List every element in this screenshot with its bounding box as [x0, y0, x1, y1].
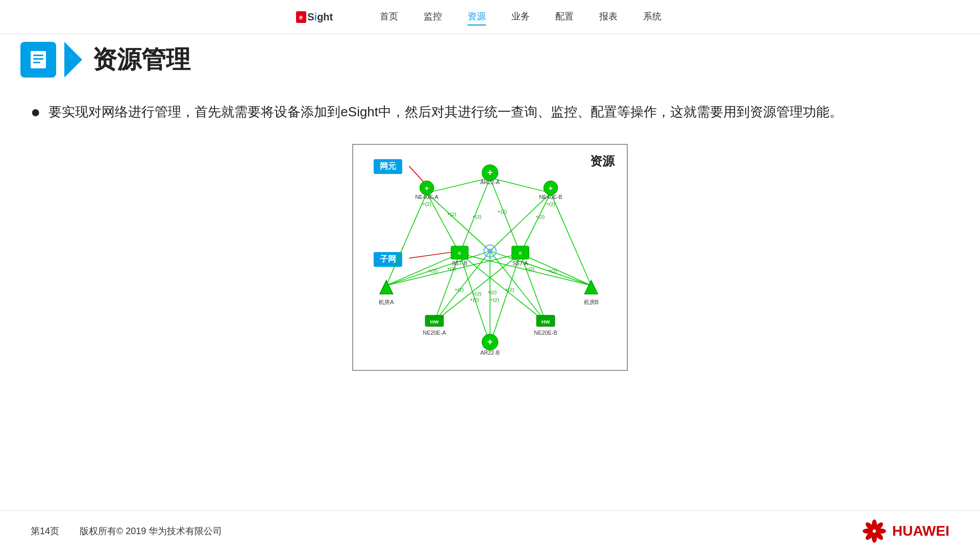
logo-e: e	[296, 11, 306, 23]
header-arrow	[64, 42, 82, 78]
nav-system[interactable]: 系统	[643, 8, 662, 26]
svg-text:+(2): +(2)	[505, 287, 514, 292]
svg-text:HW: HW	[430, 319, 439, 324]
svg-text:+(2): +(2)	[428, 268, 437, 273]
svg-rect-1	[33, 55, 43, 56]
footer-logo: HUAWEI	[862, 518, 949, 544]
nav-items: 首页 监控 资源 业务 配置 报表 系统	[380, 8, 662, 26]
svg-line-10	[427, 193, 459, 254]
svg-text:机房B: 机房B	[584, 299, 599, 305]
header-icon-box	[20, 42, 56, 78]
svg-text:+: +	[487, 167, 493, 178]
svg-text:≡: ≡	[458, 249, 461, 257]
svg-text:+(2): +(2)	[490, 297, 499, 303]
svg-rect-3	[33, 62, 40, 63]
nav-report[interactable]: 报表	[599, 8, 618, 26]
svg-line-14	[490, 193, 551, 251]
huawei-brand-text: HUAWEI	[892, 523, 949, 539]
bullet-dot: ●	[31, 101, 40, 123]
svg-text:NE40E-B: NE40E-B	[539, 194, 562, 200]
nav-monitor[interactable]: 监控	[424, 8, 442, 26]
nav-service[interactable]: 业务	[511, 8, 530, 26]
svg-text:AR22-A: AR22-A	[480, 179, 500, 185]
svg-text:+(2): +(2)	[535, 213, 545, 219]
svg-line-8	[490, 178, 520, 254]
page-title: 资源管理	[92, 43, 190, 76]
main-content: ● 要实现对网络进行管理，首先就需要将设备添加到eSight中，然后对其进行统一…	[0, 85, 980, 510]
svg-text:+: +	[425, 184, 429, 192]
svg-text:+: +	[549, 184, 553, 192]
svg-text:+(2): +(2)	[548, 268, 557, 273]
svg-text:+(2): +(2)	[472, 291, 481, 296]
logo-sight: Sight	[307, 11, 333, 23]
svg-text:NE20E-B: NE20E-B	[534, 329, 557, 335]
svg-text:+(2): +(2)	[487, 289, 497, 295]
footer-copyright: 版权所有© 2019 华为技术有限公司	[80, 525, 222, 537]
svg-point-53	[487, 248, 493, 254]
document-icon	[28, 49, 48, 70]
svg-text:NE40E-A: NE40E-A	[415, 194, 438, 200]
svg-text:+(2): +(2)	[447, 211, 456, 217]
page-header: 资源管理	[0, 34, 980, 85]
footer: 第14页 版权所有© 2019 华为技术有限公司 HUAWEI	[0, 510, 980, 551]
svg-line-26	[386, 251, 490, 285]
network-svg: + + NE40E-A +(2) AR22-A + NE40E-B +(2) +…	[353, 145, 627, 370]
svg-text:+(2): +(2)	[546, 201, 555, 207]
nav-resource[interactable]: 资源	[468, 8, 486, 26]
svg-text:HW: HW	[542, 319, 550, 324]
svg-text:+(2): +(2)	[472, 213, 481, 219]
network-diagram: 资源 网元 子网	[352, 144, 628, 371]
svg-text:+(2): +(2)	[525, 266, 534, 271]
footer-page: 第14页	[31, 525, 59, 537]
svg-text:+(2): +(2)	[498, 209, 507, 214]
svg-text:+(2): +(2)	[422, 201, 431, 207]
svg-marker-60	[584, 280, 598, 294]
bullet-paragraph: ● 要实现对网络进行管理，首先就需要将设备添加到eSight中，然后对其进行统一…	[31, 101, 949, 123]
bullet-content: 要实现对网络进行管理，首先就需要将设备添加到eSight中，然后对其进行统一查询…	[48, 101, 843, 123]
svg-text:+: +	[487, 337, 493, 347]
svg-text:NE20E-A: NE20E-A	[423, 329, 446, 335]
svg-text:+(2): +(2)	[455, 287, 464, 292]
logo: e Sight	[296, 11, 333, 23]
svg-text:≡: ≡	[519, 249, 522, 257]
svg-line-12	[386, 193, 427, 285]
nav-config[interactable]: 配置	[555, 8, 574, 26]
svg-rect-2	[33, 58, 43, 60]
top-navigation: e Sight 首页 监控 资源 业务 配置 报表 系统	[0, 0, 980, 34]
svg-text:+(2): +(2)	[447, 266, 456, 271]
nav-home[interactable]: 首页	[380, 8, 398, 26]
svg-text:+(2): +(2)	[470, 297, 479, 303]
svg-text:机房A: 机房A	[379, 299, 394, 305]
svg-line-30	[490, 251, 591, 285]
svg-marker-58	[380, 280, 393, 294]
huawei-logo-icon	[862, 518, 887, 544]
svg-text:AR22-B: AR22-B	[480, 349, 500, 356]
